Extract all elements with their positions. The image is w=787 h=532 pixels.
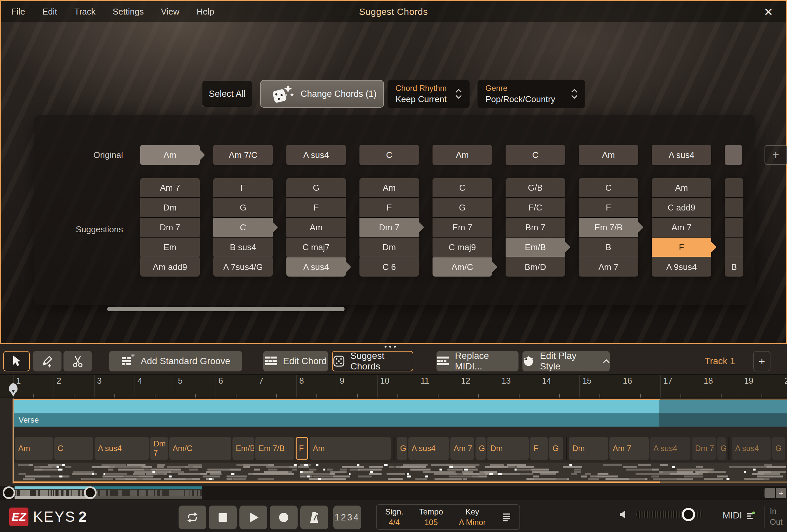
suggestion-chord[interactable]: G/B [506, 178, 565, 197]
suggestion-chord[interactable]: Am 7 [140, 178, 200, 197]
pointer-tool-button[interactable] [3, 351, 30, 371]
resize-handle-dots[interactable] [385, 346, 396, 348]
suggestion-chord[interactable]: A 9sus4 [652, 258, 711, 276]
chord-block[interactable]: A sus4 [94, 437, 149, 460]
chord-block[interactable]: Dm [487, 437, 529, 460]
suggestion-chord[interactable]: G [286, 178, 346, 197]
original-chord[interactable]: A sus4 [286, 145, 346, 165]
suggestion-chord[interactable]: F [579, 198, 638, 217]
chord-block[interactable]: Am [15, 437, 53, 460]
original-chord[interactable]: C [359, 145, 419, 165]
suggestion-chord[interactable] [725, 218, 743, 237]
chord-block[interactable]: G [397, 437, 407, 460]
chord-block[interactable]: Dm 7 [692, 437, 716, 460]
verse-name-bar-dim[interactable] [659, 413, 787, 427]
chord-block[interactable]: G [772, 437, 785, 460]
suggestion-chord[interactable]: B sus4 [213, 238, 273, 257]
chord-block[interactable]: A sus4 [650, 437, 690, 460]
key-setting[interactable]: Key A Minor [459, 507, 486, 527]
select-all-button[interactable]: Select All [202, 81, 252, 107]
suggestion-chord[interactable]: Em 7 [432, 218, 492, 237]
volume-slider[interactable] [636, 511, 702, 518]
chord-block[interactable]: C [54, 437, 93, 460]
suggestion-chord[interactable]: Am [286, 218, 346, 237]
chord-block[interactable]: G [475, 437, 486, 460]
edit-chord-button[interactable]: Edit Chord [263, 351, 328, 371]
track-tab[interactable]: Track 1 [688, 351, 751, 371]
tempo-setting[interactable]: Tempo 105 [419, 507, 443, 527]
suggestion-chord[interactable]: A sus4 [286, 258, 346, 276]
chord-block[interactable]: Dm [569, 437, 608, 460]
original-chord[interactable]: Am [432, 145, 492, 165]
chord-block[interactable]: A sus4 [732, 437, 771, 460]
chord-block[interactable]: Em/B [232, 437, 254, 460]
chord-block[interactable]: F [530, 437, 548, 460]
suggestion-chord[interactable] [725, 198, 743, 217]
timeline-ruler[interactable]: 1234567891011121314151617181920 [0, 374, 787, 398]
suggestion-chord[interactable]: C [579, 178, 638, 197]
chord-block[interactable]: G [717, 437, 726, 460]
chord-block[interactable]: Em 7/B [255, 437, 294, 460]
verse-name-bar[interactable] [14, 413, 659, 427]
play-button[interactable] [239, 506, 267, 529]
verse-section-bar[interactable] [14, 400, 659, 413]
add-standard-groove-button[interactable]: Add Standard Groove [109, 351, 242, 371]
pencil-tool-button[interactable] [33, 351, 62, 371]
suggestion-chord[interactable]: Dm 7 [140, 218, 200, 237]
zoom-handle-right[interactable] [84, 486, 97, 499]
zoom-in-button[interactable]: + [776, 488, 786, 498]
suggestion-chord[interactable]: Am/C [432, 258, 492, 276]
speaker-icon[interactable] [619, 510, 629, 519]
song-settings[interactable]: Sign. 4/4 Tempo 105 Key A Minor [376, 504, 520, 530]
zoom-handle-left[interactable] [3, 486, 15, 499]
suggestion-chord[interactable]: Dm [359, 238, 419, 257]
original-chord[interactable]: Am 7/C [213, 145, 273, 165]
suggestion-chord[interactable]: Dm [140, 198, 200, 217]
suggestion-chord[interactable]: F [652, 238, 711, 257]
suggestion-chord[interactable]: Am [652, 178, 711, 197]
suggestion-chord[interactable]: C add9 [652, 198, 711, 217]
volume-knob[interactable] [682, 508, 695, 521]
suggestion-chord[interactable]: Em/B [506, 238, 565, 257]
suggestion-chord[interactable]: C 6 [359, 258, 419, 276]
add-chord-button[interactable]: + [765, 145, 787, 165]
suggestion-chord[interactable]: A 7sus4/G [213, 258, 273, 276]
suggestion-chord[interactable]: Bm/D [506, 258, 565, 276]
suggestion-chord[interactable]: C [213, 218, 273, 237]
original-chord[interactable]: C [506, 145, 565, 165]
chord-block[interactable]: Am/C [169, 437, 231, 460]
suggestion-chord[interactable] [725, 178, 743, 197]
panel-horizontal-scrollbar[interactable] [107, 307, 344, 311]
close-icon[interactable]: ✕ [764, 5, 773, 19]
change-chords-button[interactable]: Change Chords (1) [260, 80, 384, 108]
scissors-tool-button[interactable] [63, 351, 92, 371]
chord-block[interactable]: F [296, 437, 308, 460]
verse-section-bar-dim[interactable] [659, 400, 787, 413]
zoom-out-button[interactable]: − [765, 488, 775, 498]
suggestion-chord[interactable]: F [359, 198, 419, 217]
chord-block[interactable]: Am [310, 437, 391, 460]
stop-button[interactable] [209, 506, 237, 529]
chord-block[interactable]: G [549, 437, 563, 460]
genre-dropdown[interactable]: Genre Pop/Rock/Country [477, 80, 585, 108]
midi-clip[interactable] [14, 463, 786, 481]
record-button[interactable] [270, 506, 298, 529]
suggestion-chord[interactable]: Am 7 [652, 218, 711, 237]
suggestion-chord[interactable]: C [432, 178, 492, 197]
suggestion-chord[interactable]: B [579, 238, 638, 257]
chord-block[interactable]: A sus4 [408, 437, 449, 460]
replace-midi-button[interactable]: Replace MIDI... [437, 351, 518, 371]
suggestion-chord[interactable]: Em [140, 238, 200, 257]
add-track-button[interactable]: + [753, 351, 770, 371]
suggestion-chord[interactable]: F/C [506, 198, 565, 217]
metronome-button[interactable] [300, 506, 328, 529]
suggestion-chord[interactable]: Bm 7 [506, 218, 565, 237]
original-chord-partial[interactable] [725, 145, 742, 165]
suggestion-chord[interactable]: Am 7 [579, 258, 638, 276]
suggestion-chord[interactable]: F [286, 198, 346, 217]
suggestion-chord[interactable]: Am add9 [140, 258, 200, 276]
original-chord[interactable]: Am [140, 145, 200, 165]
menu-lines-icon[interactable] [502, 513, 511, 522]
suggestion-chord[interactable]: C maj9 [432, 238, 492, 257]
signature-setting[interactable]: Sign. 4/4 [385, 507, 403, 527]
